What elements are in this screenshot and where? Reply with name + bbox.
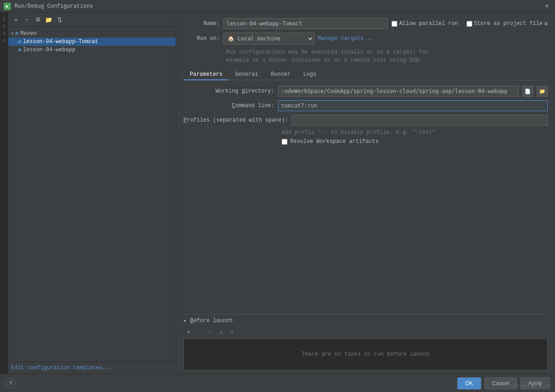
line-3: 3 [3,31,6,36]
command-line-label: Command line: [183,103,274,109]
left-toolbar: + − ⧉ 📁 ⇅ [8,13,176,27]
tab-runner[interactable]: Runner [264,69,297,80]
watermark: CSDN @knightzz98 [508,383,551,388]
allow-parallel-item: Allow parallel run [391,20,458,27]
store-project-checkbox[interactable] [466,21,472,27]
maven-item-icon-2: m [18,47,21,53]
tabs-row: Parameters General Runner Logs [183,69,548,80]
bl-remove-button[interactable]: − [194,327,204,337]
settings-gear-icon[interactable]: ⚙ [545,20,548,27]
resolve-workspace-checkbox[interactable] [282,139,287,145]
title-bar: ▶ Run/Debug Configurations × [0,0,555,13]
profiles-hint: add prefix '-' to disable profile, e.g. … [282,129,548,136]
config-tree: ▾ m Maven m lesson-04-webapp-Tomcat m le… [8,27,176,362]
config-item-webapp-label: lesson-04-webapp [23,47,75,53]
name-row: Name: Allow parallel run Store as projec… [183,18,548,29]
bl-add-button[interactable]: + [183,327,193,337]
run-on-dropdown[interactable]: 🏠 Local machine [223,33,314,44]
run-on-info: Run configurations may be executed local… [226,48,548,64]
working-dir-folder-btn[interactable]: 📁 [537,86,548,97]
spacer [183,147,548,314]
expand-arrow-icon: ▾ [11,31,14,36]
maven-group-label: Maven [20,30,37,37]
bl-up-button[interactable]: ▲ [216,327,226,337]
resolve-workspace-label: Resolve Workspace artifacts [290,138,378,145]
working-dir-row: Working directory: 📄 📁 [183,86,548,97]
help-button[interactable]: ? [5,378,15,388]
parameters-content: Working directory: 📄 📁 Command line: Pro… [183,86,548,147]
run-on-row: Run on: 🏠 Local machine Manage targets..… [183,33,548,44]
checkbox-row: Allow parallel run Store as project file… [391,20,548,27]
maven-group-header[interactable]: ▾ m Maven [8,29,176,38]
before-launch-toolbar: + − ✎ ▲ ▼ [183,327,548,337]
left-footer: Edit configuration templates... [8,362,176,374]
remove-config-button[interactable]: − [22,15,32,24]
config-item-tomcat-label: lesson-04-webapp-Tomcat [23,39,99,45]
allow-parallel-label: Allow parallel run [399,20,458,27]
profiles-input[interactable] [292,115,548,126]
command-line-row: Command line: [183,100,548,111]
app-icon: ▶ [4,3,11,10]
dialog-title: Run/Debug Configurations [15,3,93,10]
ok-button[interactable]: OK [457,377,481,389]
add-config-button[interactable]: + [11,15,21,24]
sort-config-button[interactable]: ⇅ [55,15,64,24]
maven-item-icon: m [18,39,21,44]
profiles-label: Profiles (separated with space): [183,117,288,123]
name-label: Name: [183,20,220,27]
maven-group: ▾ m Maven m lesson-04-webapp-Tomcat m le… [8,29,176,55]
left-panel: + − ⧉ 📁 ⇅ ▾ m Maven m lesson-04-webapp-T… [8,13,176,374]
tab-logs[interactable]: Logs [297,69,323,80]
command-line-input[interactable] [278,100,548,111]
run-on-label: Run on: [183,35,220,42]
before-launch-section: ▸ Before launch + − ✎ ▲ ▼ There are no t… [183,314,548,370]
folder-config-button[interactable]: 📁 [44,15,54,24]
line-2: 2 [3,24,6,29]
side-numbers: 1 2 3 4 [0,13,8,374]
working-dir-file-btn[interactable]: 📄 [522,86,533,97]
resolve-workspace-row: Resolve Workspace artifacts [282,138,548,145]
line-1: 1 [3,16,6,22]
name-input[interactable] [223,18,388,29]
line-4: 4 [3,38,6,44]
manage-targets-link[interactable]: Manage targets... [318,35,373,42]
bl-edit-button[interactable]: ✎ [205,327,215,337]
maven-icon: m [15,31,19,36]
config-item-tomcat[interactable]: m lesson-04-webapp-Tomcat [8,38,176,46]
right-panel: Name: Allow parallel run Store as projec… [176,13,555,374]
before-launch-list: There are no tasks to run before launch [183,338,548,370]
copy-config-button[interactable]: ⧉ [33,15,43,24]
tab-parameters[interactable]: Parameters [183,69,229,80]
bl-down-button[interactable]: ▼ [227,327,237,337]
no-tasks-text: There are no tasks to run before launch [302,351,430,358]
store-project-item: Store as project file ⚙ [466,20,548,27]
config-item-webapp[interactable]: m lesson-04-webapp [8,46,176,54]
bottom-bar: ? OK Cancel Apply [0,374,555,392]
close-button[interactable]: × [542,2,551,11]
working-dir-label: Working directory: [183,88,274,94]
store-project-label: Store as project file [474,20,543,27]
before-launch-title: ▸ Before launch [183,317,233,324]
profiles-row: Profiles (separated with space): [183,115,548,126]
edit-templates-link[interactable]: Edit configuration templates... [11,365,112,371]
allow-parallel-checkbox[interactable] [391,21,397,27]
before-launch-header: ▸ Before launch [183,317,548,324]
tab-general[interactable]: General [229,69,264,80]
working-dir-input[interactable] [278,86,519,97]
